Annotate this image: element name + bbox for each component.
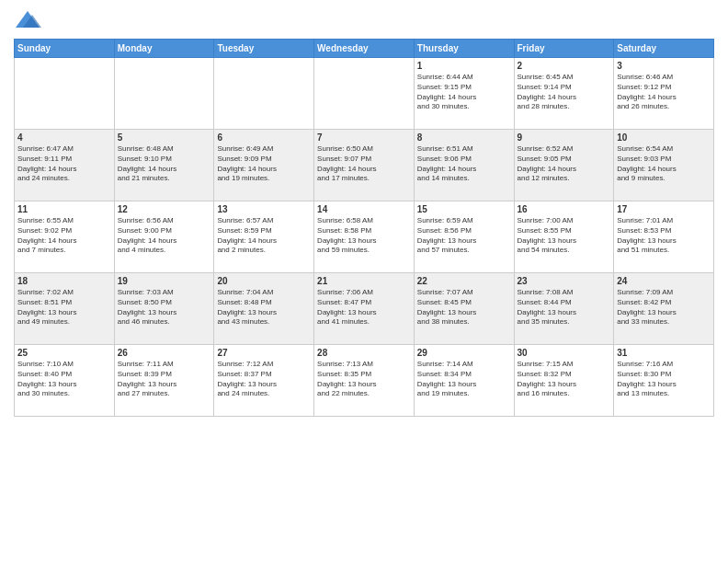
calendar-cell: 19Sunrise: 7:03 AM Sunset: 8:50 PM Dayli… (114, 273, 214, 345)
day-number: 21 (317, 276, 411, 286)
day-info: Sunrise: 7:07 AM Sunset: 8:45 PM Dayligh… (417, 288, 511, 327)
calendar-cell (114, 58, 214, 130)
calendar: Sunday Monday Tuesday Wednesday Thursday… (14, 39, 714, 417)
day-number: 25 (17, 348, 111, 358)
day-number: 16 (518, 204, 611, 214)
day-info: Sunrise: 6:55 AM Sunset: 9:02 PM Dayligh… (17, 216, 111, 256)
day-info: Sunrise: 7:15 AM Sunset: 8:32 PM Dayligh… (518, 360, 611, 399)
day-info: Sunrise: 6:48 AM Sunset: 9:10 PM Dayligh… (118, 144, 211, 184)
calendar-cell (214, 58, 314, 130)
day-info: Sunrise: 7:06 AM Sunset: 8:47 PM Dayligh… (317, 288, 411, 327)
day-number: 30 (518, 348, 611, 358)
day-info: Sunrise: 6:59 AM Sunset: 8:56 PM Dayligh… (417, 216, 511, 256)
calendar-cell: 20Sunrise: 7:04 AM Sunset: 8:48 PM Dayli… (214, 273, 314, 345)
calendar-cell (15, 58, 115, 130)
calendar-week-2: 11Sunrise: 6:55 AM Sunset: 9:02 PM Dayli… (15, 201, 714, 273)
day-number: 24 (617, 276, 711, 286)
calendar-cell: 14Sunrise: 6:58 AM Sunset: 8:58 PM Dayli… (314, 201, 415, 273)
day-number: 17 (617, 204, 711, 214)
day-number: 1 (417, 61, 511, 71)
calendar-week-0: 1Sunrise: 6:44 AM Sunset: 9:15 PM Daylig… (15, 58, 714, 130)
calendar-cell: 31Sunrise: 7:16 AM Sunset: 8:30 PM Dayli… (614, 345, 714, 417)
calendar-cell: 25Sunrise: 7:10 AM Sunset: 8:40 PM Dayli… (15, 345, 115, 417)
day-info: Sunrise: 6:57 AM Sunset: 8:59 PM Dayligh… (217, 216, 311, 256)
day-number: 7 (317, 132, 411, 143)
day-number: 3 (617, 61, 711, 71)
day-info: Sunrise: 7:16 AM Sunset: 8:30 PM Dayligh… (617, 360, 711, 399)
day-info: Sunrise: 6:45 AM Sunset: 9:14 PM Dayligh… (518, 73, 611, 112)
day-info: Sunrise: 6:54 AM Sunset: 9:03 PM Dayligh… (617, 144, 711, 184)
day-number: 27 (217, 348, 311, 358)
calendar-cell: 11Sunrise: 6:55 AM Sunset: 9:02 PM Dayli… (15, 201, 115, 273)
day-number: 5 (118, 132, 211, 143)
col-tuesday: Tuesday (214, 40, 314, 58)
day-number: 11 (17, 204, 111, 214)
day-info: Sunrise: 6:56 AM Sunset: 9:00 PM Dayligh… (118, 216, 211, 256)
calendar-cell: 6Sunrise: 6:49 AM Sunset: 9:09 PM Daylig… (214, 130, 314, 201)
calendar-cell: 22Sunrise: 7:07 AM Sunset: 8:45 PM Dayli… (414, 273, 514, 345)
calendar-cell: 23Sunrise: 7:08 AM Sunset: 8:44 PM Dayli… (514, 273, 614, 345)
day-number: 13 (217, 204, 311, 214)
calendar-cell: 2Sunrise: 6:45 AM Sunset: 9:14 PM Daylig… (514, 58, 614, 130)
day-number: 2 (518, 61, 611, 71)
day-info: Sunrise: 7:13 AM Sunset: 8:35 PM Dayligh… (317, 360, 411, 399)
calendar-cell: 18Sunrise: 7:02 AM Sunset: 8:51 PM Dayli… (15, 273, 115, 345)
calendar-cell: 21Sunrise: 7:06 AM Sunset: 8:47 PM Dayli… (314, 273, 415, 345)
day-info: Sunrise: 7:03 AM Sunset: 8:50 PM Dayligh… (118, 288, 211, 327)
day-info: Sunrise: 7:12 AM Sunset: 8:37 PM Dayligh… (217, 360, 311, 399)
calendar-cell: 9Sunrise: 6:52 AM Sunset: 9:05 PM Daylig… (514, 130, 614, 201)
day-number: 28 (317, 348, 411, 358)
day-number: 20 (217, 276, 311, 286)
day-number: 4 (17, 132, 111, 143)
day-info: Sunrise: 7:08 AM Sunset: 8:44 PM Dayligh… (518, 288, 611, 327)
calendar-cell: 27Sunrise: 7:12 AM Sunset: 8:37 PM Dayli… (214, 345, 314, 417)
day-number: 23 (518, 276, 611, 286)
col-monday: Monday (114, 40, 214, 58)
day-info: Sunrise: 7:10 AM Sunset: 8:40 PM Dayligh… (17, 360, 111, 399)
calendar-cell: 16Sunrise: 7:00 AM Sunset: 8:55 PM Dayli… (514, 201, 614, 273)
calendar-cell: 28Sunrise: 7:13 AM Sunset: 8:35 PM Dayli… (314, 345, 415, 417)
day-info: Sunrise: 6:52 AM Sunset: 9:05 PM Dayligh… (518, 144, 611, 184)
logo (14, 9, 45, 31)
col-sunday: Sunday (15, 40, 115, 58)
calendar-cell: 5Sunrise: 6:48 AM Sunset: 9:10 PM Daylig… (114, 130, 214, 201)
day-info: Sunrise: 7:02 AM Sunset: 8:51 PM Dayligh… (17, 288, 111, 327)
day-info: Sunrise: 6:50 AM Sunset: 9:07 PM Dayligh… (317, 144, 411, 184)
calendar-cell: 3Sunrise: 6:46 AM Sunset: 9:12 PM Daylig… (614, 58, 714, 130)
day-number: 8 (417, 132, 511, 143)
header-row: Sunday Monday Tuesday Wednesday Thursday… (15, 40, 714, 58)
day-number: 19 (118, 276, 211, 286)
calendar-cell: 8Sunrise: 6:51 AM Sunset: 9:06 PM Daylig… (414, 130, 514, 201)
calendar-week-1: 4Sunrise: 6:47 AM Sunset: 9:11 PM Daylig… (15, 130, 714, 201)
calendar-week-4: 25Sunrise: 7:10 AM Sunset: 8:40 PM Dayli… (15, 345, 714, 417)
calendar-cell: 13Sunrise: 6:57 AM Sunset: 8:59 PM Dayli… (214, 201, 314, 273)
day-info: Sunrise: 6:46 AM Sunset: 9:12 PM Dayligh… (617, 73, 711, 112)
day-number: 14 (317, 204, 411, 214)
calendar-cell: 15Sunrise: 6:59 AM Sunset: 8:56 PM Dayli… (414, 201, 514, 273)
day-number: 15 (417, 204, 511, 214)
day-info: Sunrise: 6:49 AM Sunset: 9:09 PM Dayligh… (217, 144, 311, 184)
calendar-cell: 29Sunrise: 7:14 AM Sunset: 8:34 PM Dayli… (414, 345, 514, 417)
day-info: Sunrise: 7:00 AM Sunset: 8:55 PM Dayligh… (518, 216, 611, 256)
day-number: 18 (17, 276, 111, 286)
col-saturday: Saturday (614, 40, 714, 58)
day-number: 22 (417, 276, 511, 286)
day-info: Sunrise: 7:11 AM Sunset: 8:39 PM Dayligh… (118, 360, 211, 399)
day-info: Sunrise: 6:47 AM Sunset: 9:11 PM Dayligh… (17, 144, 111, 184)
day-number: 29 (417, 348, 511, 358)
day-number: 6 (217, 132, 311, 143)
calendar-cell: 7Sunrise: 6:50 AM Sunset: 9:07 PM Daylig… (314, 130, 415, 201)
day-info: Sunrise: 7:04 AM Sunset: 8:48 PM Dayligh… (217, 288, 311, 327)
col-wednesday: Wednesday (314, 40, 415, 58)
col-friday: Friday (514, 40, 614, 58)
day-info: Sunrise: 7:01 AM Sunset: 8:53 PM Dayligh… (617, 216, 711, 256)
day-info: Sunrise: 6:44 AM Sunset: 9:15 PM Dayligh… (417, 73, 511, 112)
header (14, 9, 714, 31)
day-info: Sunrise: 6:51 AM Sunset: 9:06 PM Dayligh… (417, 144, 511, 184)
calendar-cell: 4Sunrise: 6:47 AM Sunset: 9:11 PM Daylig… (15, 130, 115, 201)
day-number: 12 (118, 204, 211, 214)
col-thursday: Thursday (414, 40, 514, 58)
day-number: 31 (617, 348, 711, 358)
calendar-cell: 30Sunrise: 7:15 AM Sunset: 8:32 PM Dayli… (514, 345, 614, 417)
day-number: 9 (518, 132, 611, 143)
